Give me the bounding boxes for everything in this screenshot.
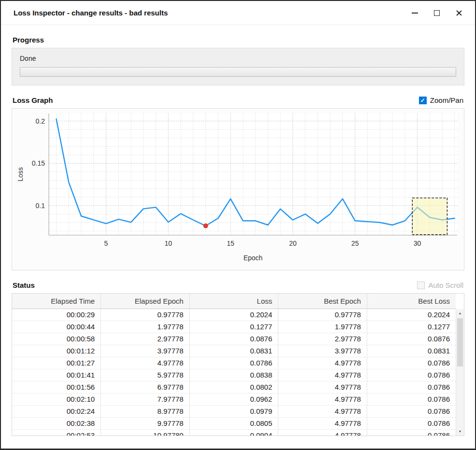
y-tick-label: 0.15 bbox=[32, 159, 45, 167]
table-cell: 0.0838 bbox=[189, 369, 278, 381]
table-cell: 4.97778 bbox=[278, 417, 367, 429]
table-cell: 00:02:53 bbox=[12, 429, 101, 436]
progress-heading: Progress bbox=[13, 36, 463, 44]
table-row[interactable]: 00:01:566.977780.08024.977780.0786 bbox=[12, 381, 456, 393]
x-tick-label: 30 bbox=[414, 239, 421, 247]
loss-graph-panel: 0.10.150.251015202530EpochLoss bbox=[12, 108, 464, 270]
table-row[interactable]: 00:02:5310.977800.09044.977780.0786 bbox=[12, 429, 456, 436]
table-cell: 4.97778 bbox=[278, 393, 367, 405]
table-row[interactable]: 00:02:248.977780.09794.977780.0786 bbox=[12, 405, 456, 417]
table-cell: 0.0786 bbox=[367, 393, 456, 405]
table-cell: 0.0786 bbox=[367, 357, 456, 369]
loss-chart[interactable]: 0.10.150.251015202530EpochLoss bbox=[12, 109, 464, 270]
auto-scroll-checkbox-icon bbox=[417, 281, 425, 289]
table-row[interactable]: 00:02:389.977780.08054.977780.0786 bbox=[12, 417, 456, 429]
scroll-down-button[interactable]: ▼ bbox=[456, 427, 464, 436]
table-cell: 2.97778 bbox=[278, 333, 367, 345]
table-cell: 0.1277 bbox=[189, 321, 278, 333]
x-axis-label: Epoch bbox=[244, 254, 263, 262]
table-row[interactable]: 00:01:274.977780.07864.977780.0786 bbox=[12, 357, 456, 369]
table-row[interactable]: 00:00:582.977780.08762.977780.0876 bbox=[12, 333, 456, 345]
table-cell: 00:01:27 bbox=[12, 357, 101, 369]
table-cell: 00:01:56 bbox=[12, 381, 101, 393]
window-controls bbox=[407, 6, 466, 20]
auto-scroll-label: Auto Scroll bbox=[428, 281, 463, 289]
table-cell: 00:02:38 bbox=[12, 417, 101, 429]
scroll-up-button[interactable]: ▲ bbox=[456, 309, 464, 317]
table-header-row: Elapsed TimeElapsed EpochLossBest EpochB… bbox=[12, 294, 456, 309]
table-cell: 0.0831 bbox=[367, 345, 456, 357]
table-cell: 4.97778 bbox=[278, 381, 367, 393]
table-cell: 3.97778 bbox=[101, 345, 190, 357]
best-loss-marker bbox=[203, 224, 208, 228]
table-cell: 0.0802 bbox=[189, 381, 278, 393]
maximize-button[interactable] bbox=[430, 6, 444, 20]
app-window: Loss Inspector - change results - bad re… bbox=[0, 0, 476, 450]
table-row[interactable]: 00:02:107.977780.09624.977780.0786 bbox=[12, 393, 456, 405]
close-icon bbox=[456, 10, 462, 16]
status-table: Elapsed TimeElapsed EpochLossBest EpochB… bbox=[12, 293, 464, 436]
x-tick-label: 25 bbox=[351, 239, 359, 247]
table-cell: 0.0786 bbox=[367, 369, 456, 381]
table-cell: 00:00:44 bbox=[12, 321, 101, 333]
table-cell: 00:02:10 bbox=[12, 393, 101, 405]
x-tick-label: 10 bbox=[165, 239, 173, 247]
progress-panel: Done bbox=[12, 48, 464, 85]
plot-area[interactable] bbox=[49, 113, 457, 235]
table-cell: 00:01:12 bbox=[12, 345, 101, 357]
x-tick-label: 20 bbox=[289, 239, 297, 247]
progress-bar bbox=[20, 67, 456, 77]
minimize-button[interactable] bbox=[407, 6, 422, 20]
zoom-selection-rect[interactable] bbox=[412, 198, 447, 235]
table-cell: 0.0786 bbox=[367, 417, 456, 429]
table-cell: 00:00:58 bbox=[12, 333, 101, 345]
y-axis-label: Loss bbox=[16, 167, 24, 182]
column-header: Best Loss bbox=[367, 294, 456, 309]
loss-graph-heading: Loss Graph bbox=[13, 96, 53, 104]
table-row[interactable]: 00:01:415.977780.08384.977780.0786 bbox=[12, 369, 456, 381]
table-cell: 0.2024 bbox=[189, 309, 278, 321]
table-row[interactable]: 00:01:123.977780.08313.977780.0831 bbox=[12, 345, 456, 357]
x-tick-label: 15 bbox=[227, 239, 234, 247]
table-cell: 0.97778 bbox=[278, 309, 367, 321]
table-cell: 0.0805 bbox=[189, 417, 278, 429]
table-cell: 0.0786 bbox=[367, 429, 456, 436]
loss-graph-header-row: Loss Graph ✓ Zoom/Pan bbox=[13, 96, 463, 104]
table-cell: 10.97780 bbox=[101, 429, 190, 436]
window-title: Loss Inspector - change results - bad re… bbox=[14, 9, 168, 17]
zoom-pan-checkbox-icon: ✓ bbox=[419, 97, 427, 104]
vertical-scrollbar[interactable]: ▲ ▼ bbox=[456, 309, 464, 436]
status-header-row: Status Auto Scroll bbox=[13, 281, 463, 289]
table-cell: 0.0786 bbox=[367, 381, 456, 393]
table-cell: 0.0786 bbox=[367, 405, 456, 417]
table-cell: 4.97778 bbox=[278, 357, 367, 369]
progress-status-label: Done bbox=[20, 55, 456, 62]
zoom-pan-checkbox[interactable]: ✓ Zoom/Pan bbox=[419, 96, 463, 104]
titlebar: Loss Inspector - change results - bad re… bbox=[1, 1, 475, 25]
table-row[interactable]: 00:00:290.977780.20240.977780.2024 bbox=[12, 309, 456, 321]
table-cell: 00:00:29 bbox=[12, 309, 101, 321]
table-cell: 0.97778 bbox=[101, 309, 190, 321]
table-cell: 4.97778 bbox=[278, 369, 367, 381]
table-cell: 0.0904 bbox=[189, 429, 278, 436]
zoom-pan-label: Zoom/Pan bbox=[430, 96, 463, 104]
status-table-grid: Elapsed TimeElapsed EpochLossBest EpochB… bbox=[12, 294, 456, 436]
column-header: Loss bbox=[189, 294, 278, 309]
close-button[interactable] bbox=[452, 6, 466, 20]
table-cell: 0.2024 bbox=[367, 309, 456, 321]
table-cell: 4.97778 bbox=[278, 429, 367, 436]
arrow-down-icon: ▼ bbox=[459, 430, 462, 433]
table-row[interactable]: 00:00:441.977780.12771.977780.1277 bbox=[12, 321, 456, 333]
table-cell: 2.97778 bbox=[101, 333, 190, 345]
column-header: Elapsed Time bbox=[12, 294, 101, 309]
x-tick-label: 5 bbox=[104, 239, 108, 247]
table-cell: 0.0876 bbox=[367, 333, 456, 345]
scrollbar-thumb[interactable] bbox=[457, 318, 463, 366]
table-cell: 0.0786 bbox=[189, 357, 278, 369]
table-cell: 0.0962 bbox=[189, 393, 278, 405]
maximize-icon bbox=[434, 10, 440, 16]
y-tick-label: 0.2 bbox=[36, 117, 45, 125]
table-cell: 0.0831 bbox=[189, 345, 278, 357]
table-cell: 00:01:41 bbox=[12, 369, 101, 381]
status-heading: Status bbox=[13, 281, 35, 289]
